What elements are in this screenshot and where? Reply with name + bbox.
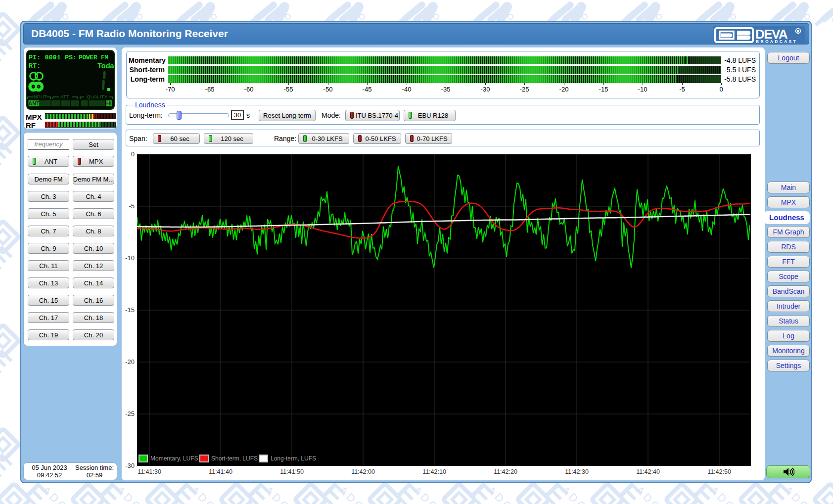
svg-text:-10: -10	[52, 100, 60, 106]
svg-text:11:41:30: 11:41:30	[138, 468, 161, 475]
svg-text:E: E	[0, 32, 18, 67]
svg-text:-20: -20	[125, 358, 135, 366]
svg-text:Long-term, LUFS: Long-term, LUFS	[271, 455, 316, 462]
svg-text:11:42:30: 11:42:30	[565, 468, 589, 475]
svg-text:Short-term, LUFS: Short-term, LUFS	[211, 455, 258, 462]
svg-text:E: E	[0, 240, 18, 275]
svg-text:11:41:50: 11:41:50	[280, 468, 304, 475]
svg-text:LO: LO	[81, 100, 89, 106]
svg-text:MPX: MPX	[40, 100, 52, 106]
svg-text:RT:: RT:	[29, 62, 41, 70]
svg-text:11:42:00: 11:42:00	[351, 468, 375, 475]
svg-text:Toda: Toda	[97, 62, 114, 70]
svg-text:-25: -25	[125, 410, 135, 417]
svg-text:GOOD: GOOD	[89, 100, 105, 106]
svg-text:-30: -30	[71, 100, 79, 106]
svg-text:11:42:10: 11:42:10	[422, 468, 446, 475]
svg-text:INPUT: INPUT	[32, 94, 46, 99]
svg-text:-5: -5	[129, 202, 135, 210]
svg-text:E: E	[0, 136, 18, 171]
svg-text:-20: -20	[62, 100, 70, 106]
svg-text:11:42:50: 11:42:50	[707, 468, 731, 475]
svg-text:11:42:20: 11:42:20	[494, 468, 517, 475]
svg-text:E: E	[0, 448, 18, 483]
svg-text:PI: 8091 PS:: PI: 8091 PS:	[29, 54, 77, 61]
svg-text:11:42:40: 11:42:40	[636, 468, 660, 475]
svg-text:R: R	[797, 29, 800, 34]
svg-text:BROADCAST: BROADCAST	[756, 39, 797, 44]
svg-text:POWER FM: POWER FM	[79, 54, 108, 61]
svg-text:-30: -30	[125, 462, 135, 469]
svg-text:HI: HI	[106, 100, 112, 106]
svg-text:Momentary, LUFS: Momentary, LUFS	[150, 455, 198, 462]
svg-text:ANT: ANT	[28, 100, 40, 106]
svg-text:11:41:40: 11:41:40	[209, 468, 232, 475]
svg-text:E: E	[0, 344, 18, 379]
svg-text:-15: -15	[125, 306, 135, 314]
svg-text:ATT: ATT	[60, 94, 69, 99]
svg-text:0: 0	[131, 151, 135, 158]
svg-text:QUALITY: QUALITY	[87, 94, 107, 99]
svg-text:-10: -10	[125, 254, 135, 262]
